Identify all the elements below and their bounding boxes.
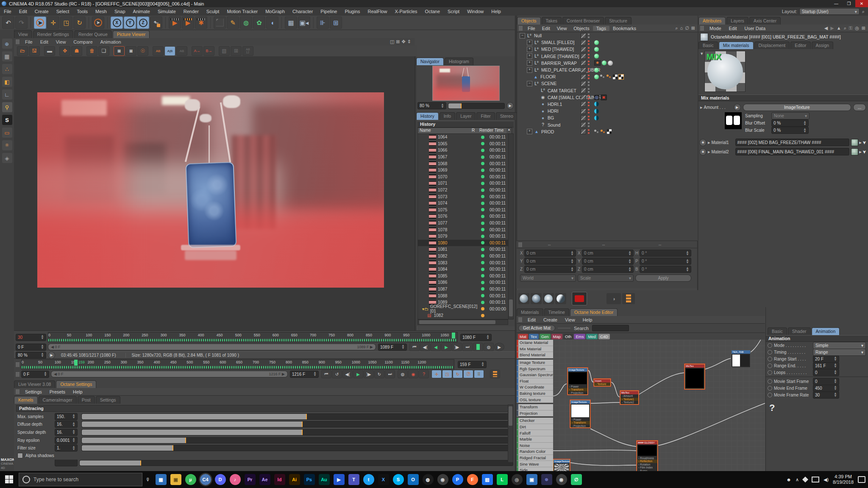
pin-tool-icon[interactable]: ⍟	[2, 140, 12, 150]
history-row[interactable]: 106700:00:11	[418, 154, 512, 161]
octane-menu-help[interactable]: Help	[69, 389, 86, 394]
node-port-amount[interactable]: ▫ Amount	[620, 394, 638, 398]
taskbar-app-outlook[interactable]: O	[408, 474, 419, 485]
viewer-zoom-field[interactable]: 80 %▲▼	[16, 352, 46, 359]
object-tags[interactable]	[594, 75, 623, 79]
save-file-icon[interactable]: 🖫	[29, 46, 40, 56]
next-key-icon[interactable]: )▶	[452, 343, 462, 351]
spray-tool-icon[interactable]: ∴	[2, 64, 12, 74]
tab-navigator[interactable]: Navigator	[416, 58, 444, 65]
menu-script[interactable]: Script	[444, 9, 463, 14]
menu-x-particles[interactable]: X-Particles	[391, 9, 421, 14]
filmstrip-icon[interactable]	[622, 293, 635, 304]
tab-settings[interactable]: Settings	[96, 396, 120, 404]
keyframe-circle-icon[interactable]	[768, 343, 772, 348]
nav-up-icon[interactable]: ▲	[837, 25, 841, 31]
prop-combo[interactable]: Simple	[813, 342, 866, 349]
visibility-toggles[interactable]	[581, 40, 590, 45]
history-row[interactable]: 107600:00:11	[418, 213, 512, 220]
layer-toggle-icon[interactable]	[581, 129, 586, 134]
octane-ball-icon[interactable]: ◍	[484, 343, 494, 351]
param-field[interactable]: 16.▲▼	[55, 429, 78, 436]
coord-value-field[interactable]: 0 cm▲▼	[582, 266, 634, 273]
menu-snap[interactable]: Snap	[111, 9, 129, 14]
world-combo[interactable]: World	[520, 274, 576, 282]
visibility-toggles[interactable]	[581, 47, 590, 52]
node-port-transform[interactable]: ▫ Transform	[568, 388, 587, 391]
navigator-options-button[interactable]: ▶	[506, 102, 514, 109]
tree-row-scene[interactable]: −L⁰SCENE	[517, 80, 698, 87]
category-ems[interactable]: Ems	[574, 334, 585, 339]
expand-arrow-icon[interactable]: ▸	[708, 149, 710, 155]
menu-create[interactable]: Create	[31, 9, 53, 14]
taskbar-app-teams[interactable]: T	[348, 474, 359, 485]
menu-tools[interactable]: Tools	[73, 9, 92, 14]
layer-toggle-icon[interactable]	[581, 60, 586, 66]
param-field[interactable]: 16.▲▼	[55, 421, 78, 428]
visibility-toggles[interactable]	[581, 129, 590, 134]
expand-toggle-icon[interactable]: −	[520, 33, 525, 39]
display-on-tag-icon[interactable]	[594, 40, 599, 45]
graph-node-imagetexture[interactable]: ImageTexture▫ Power▫ Transform▫ Projecti…	[568, 368, 588, 395]
prop-field[interactable]: 30▲▼	[813, 391, 839, 399]
node-type-osl-texture[interactable]: OSL texture	[517, 396, 553, 403]
node-menu-edit[interactable]: Edit	[524, 317, 540, 322]
node-type-projection[interactable]: Projection	[517, 410, 553, 417]
timeline1-scrollbar[interactable]: ◀ 0 F1089 F ▶	[48, 344, 376, 350]
menu-motion-tracker[interactable]: Motion Tracker	[223, 9, 262, 14]
coord-value-field[interactable]: 0 °▲▼	[640, 266, 691, 273]
graph-node-mixtex[interactable]: MixTex▫ Amount▫ Texture1▫ Texture2	[620, 391, 639, 405]
taskbar-app-audition[interactable]: Au	[319, 474, 330, 485]
coord-value-field[interactable]: 0 cm▲▼	[524, 266, 576, 273]
tab-post[interactable]: Post	[78, 396, 95, 404]
coord-value-field[interactable]: 0 cm▲▼	[524, 258, 576, 265]
frame-end-field-1[interactable]: 1080 F▲▼	[460, 334, 492, 341]
param-slider[interactable]	[81, 413, 513, 420]
live-selection-tool[interactable]: ➤	[34, 17, 46, 29]
clapperboard-icon[interactable]: ▬	[44, 46, 55, 56]
last-tool[interactable]: ➤	[92, 17, 104, 29]
redo-button[interactable]: ↷	[15, 17, 28, 29]
object-tags[interactable]	[594, 116, 599, 120]
visibility-toggles[interactable]	[581, 94, 590, 100]
start-button[interactable]	[5, 475, 14, 484]
tab-stereo[interactable]: Stereo	[496, 112, 517, 120]
blur-offset-field[interactable]: 0 %▲▼	[771, 119, 809, 127]
layout-combo[interactable]: Startup (User)	[799, 8, 860, 15]
volume-icon[interactable]: ◀)	[823, 477, 829, 482]
play-icon[interactable]: ▶	[441, 343, 451, 351]
display-on-tag-icon[interactable]	[594, 68, 599, 72]
tree-row-cam-small-container-[interactable]: ◉CAM [SMALL CONTAINER]◎▣	[517, 94, 698, 101]
taskbar-app-illustrator[interactable]: Ai	[289, 474, 300, 485]
alpha-shadows-checkbox[interactable]	[17, 453, 23, 458]
viewer-menu-file[interactable]: File	[21, 39, 36, 44]
param-slider[interactable]	[81, 437, 513, 444]
node-menu-view[interactable]: View	[561, 317, 579, 322]
display-split-button[interactable]: ⊪	[317, 17, 329, 29]
layer-toggle-icon[interactable]	[581, 108, 586, 114]
history-row[interactable]: 107400:00:11	[418, 200, 512, 207]
param-slider[interactable]	[81, 445, 513, 451]
grip-icon[interactable]	[16, 389, 19, 394]
delete-icon[interactable]: 🗑	[86, 46, 97, 56]
render-picture-viewer-button[interactable]: ▶	[182, 17, 194, 29]
tab-layer[interactable]: Layer	[456, 112, 476, 120]
object-tags[interactable]	[594, 47, 599, 52]
timeline-ruler-secondary[interactable]: 0501001502002503003504004505005506006507…	[21, 359, 454, 369]
taskbar-app-discord[interactable]: D	[215, 474, 226, 485]
material-thumb[interactable]	[555, 293, 566, 304]
history-row[interactable]: 108700:00:11	[418, 286, 512, 293]
material-slot-field[interactable]: #### [002] MED BAG_FREEZE/THAW ####	[735, 139, 850, 146]
visibility-dots-icon[interactable]	[588, 47, 590, 52]
menu-mograph[interactable]: MoGraph	[262, 9, 289, 14]
playhead[interactable]	[74, 360, 78, 366]
object-tags[interactable]	[594, 40, 599, 45]
taskbar-app-x-app[interactable]: X	[378, 474, 389, 485]
tab-layers[interactable]: Layers	[726, 17, 748, 25]
coord-value-field[interactable]: 0 cm▲▼	[582, 250, 634, 257]
node-port-projection[interactable]: ▫ Projection	[568, 391, 587, 395]
visibility-dots-icon[interactable]	[588, 88, 590, 93]
home-icon[interactable]: ⌂	[680, 25, 683, 31]
grip-icon[interactable]	[518, 242, 522, 247]
timeline2-frame-field[interactable]: 1216 F▲▼	[290, 371, 319, 378]
